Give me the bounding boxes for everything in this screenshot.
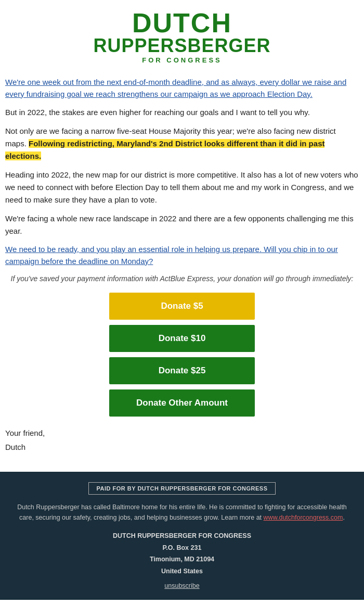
paid-for-label: PAID FOR BY DUTCH RUPPERSBERGER FOR CONG…: [88, 482, 275, 495]
closing-text: Your friend, Dutch: [5, 426, 359, 454]
page-wrapper: DUTCH RUPPERSBERGER FOR CONGRESS We're o…: [0, 0, 364, 600]
closing-line2: Dutch: [5, 440, 359, 454]
intro-link[interactable]: We're one week out from the next end-of-…: [5, 77, 359, 100]
footer-bio-link[interactable]: www.dutchforcongress.com: [264, 514, 343, 521]
para2: Not only are we facing a narrow five-sea…: [5, 125, 359, 162]
unsubscribe-link[interactable]: unsubscribe: [16, 582, 348, 589]
footer-address-line1: P.O. Box 231: [16, 542, 348, 554]
para2-highlight: Following redistricting, Maryland's 2nd …: [5, 139, 324, 160]
footer-address-line2: Timonium, MD 21094: [16, 553, 348, 565]
donate-10-button[interactable]: Donate $10: [109, 325, 255, 352]
para4: We're facing a whole new race landscape …: [5, 212, 359, 237]
footer-address: DUTCH RUPPERSBERGER FOR CONGRESS P.O. Bo…: [16, 530, 348, 577]
main-content: We're one week out from the next end-of-…: [0, 69, 364, 461]
actblue-note: If you've saved your payment information…: [5, 273, 359, 284]
header: DUTCH RUPPERSBERGER FOR CONGRESS: [0, 0, 364, 69]
donate-25-button[interactable]: Donate $25: [109, 357, 255, 384]
footer: PAID FOR BY DUTCH RUPPERSBERGER FOR CONG…: [0, 472, 364, 600]
para1: But in 2022, the stakes are even higher …: [5, 106, 359, 119]
donate-5-button[interactable]: Donate $5: [109, 293, 255, 320]
logo-ruppersberger: RUPPERSBERGER: [0, 36, 364, 55]
donation-buttons: Donate $5 Donate $10 Donate $25 Donate O…: [5, 293, 359, 417]
closing-line1: Your friend,: [5, 426, 359, 440]
donate-other-button[interactable]: Donate Other Amount: [109, 389, 255, 417]
logo-for-congress: FOR CONGRESS: [0, 56, 364, 64]
cta-link[interactable]: We need to be ready, and you play an ess…: [5, 244, 359, 267]
footer-bio: Dutch Ruppersberger has called Baltimore…: [16, 502, 348, 523]
footer-org-name: DUTCH RUPPERSBERGER FOR CONGRESS: [16, 530, 348, 542]
footer-address-line3: United States: [16, 565, 348, 577]
para3: Heading into 2022, the new map for our d…: [5, 169, 359, 206]
logo-dutch: DUTCH: [0, 9, 364, 36]
